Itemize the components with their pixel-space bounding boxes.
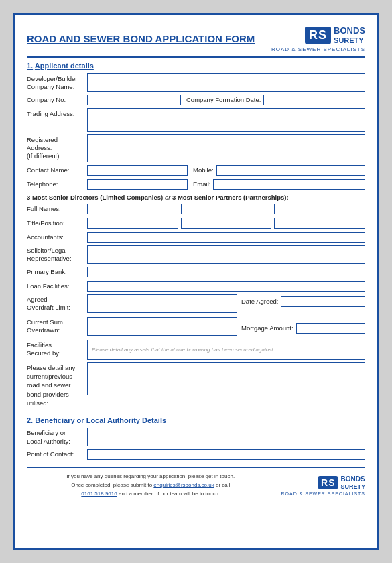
application-form: ROAD AND SEWER BOND APPLICATION FORM RS … <box>13 13 379 550</box>
section2-title: 2. Beneficiary or Local Authority Detail… <box>27 416 365 424</box>
primary-bank-label: Primary Bank: <box>27 268 87 276</box>
logo-block: RS BONDS SURETY ROAD & SEWER SPECIALISTS <box>271 25 365 52</box>
full-name-1-field[interactable] <box>87 204 178 214</box>
email-field[interactable] <box>213 179 365 190</box>
title-position-fields <box>87 218 365 229</box>
beneficiary-field[interactable] <box>87 428 365 446</box>
loan-facilities-field[interactable] <box>87 281 365 292</box>
section-divider <box>27 412 365 412</box>
footer-line3: or call <box>216 482 230 488</box>
logo-top: RS BONDS SURETY <box>305 25 365 45</box>
title-2-field[interactable] <box>181 218 272 229</box>
agreed-overdraft-label: AgreedOverdraft Limit: <box>27 294 87 312</box>
directors-note: 3 Most Senior Directors (Limited Compani… <box>27 194 365 201</box>
accountants-label: Accountants: <box>27 233 87 241</box>
current-sum-field[interactable] <box>87 317 237 336</box>
point-of-contact-row: Point of Contact: <box>27 448 365 460</box>
email-label: Email: <box>193 180 210 188</box>
footer-line1: If you have any queries regarding your a… <box>66 473 235 479</box>
date-agreed-row: Date Agreed: <box>241 296 365 308</box>
agreed-overdraft-field[interactable] <box>87 294 237 313</box>
agreed-overdraft-row: AgreedOverdraft Limit: <box>27 294 237 313</box>
title-3-field[interactable] <box>274 218 365 229</box>
form-title: ROAD AND SEWER BOND APPLICATION FORM <box>27 33 255 44</box>
solicitor-field[interactable] <box>87 245 365 264</box>
primary-bank-field[interactable] <box>87 267 365 277</box>
bond-providers-field[interactable] <box>87 362 365 395</box>
point-of-contact-label: Point of Contact: <box>27 450 87 458</box>
full-names-row: Full Names: <box>27 203 365 215</box>
company-no-row: Company No: Company Formation Date: <box>27 94 365 106</box>
bonds-surety: BONDS SURETY <box>334 25 365 45</box>
point-of-contact-field[interactable] <box>87 449 365 460</box>
footer-phone[interactable]: 0161 518 9616 <box>81 491 117 497</box>
developer-company-field[interactable] <box>87 73 365 92</box>
bond-providers-label: Please detail anycurrent/previousroad an… <box>27 362 87 408</box>
trading-address-field[interactable] <box>87 108 365 132</box>
mortgage-amount-row: Mortgage Amount: <box>241 322 365 334</box>
company-formation-field[interactable] <box>263 95 365 105</box>
company-no-field[interactable] <box>87 95 181 105</box>
footer: If you have any queries regarding your a… <box>27 467 365 498</box>
company-no-label: Company No: <box>27 96 87 104</box>
facilities-secured-field[interactable]: Please detail any assets that the above … <box>87 340 365 360</box>
bond-providers-row: Please detail anycurrent/previousroad an… <box>27 362 365 408</box>
beneficiary-label: Beneficiary orLocal Authority: <box>27 428 87 446</box>
mobile-field[interactable] <box>216 165 365 176</box>
mobile-label: Mobile: <box>193 166 214 174</box>
bonds-text: BONDS <box>334 25 365 36</box>
date-agreed-field[interactable] <box>281 296 365 307</box>
contact-name-field[interactable] <box>87 165 188 176</box>
full-name-2-field[interactable] <box>181 204 272 214</box>
primary-bank-row: Primary Bank: <box>27 266 365 278</box>
loan-facilities-label: Loan Facilities: <box>27 282 87 290</box>
telephone-row: Telephone: Email: <box>27 178 365 190</box>
footer-rs-badge: RS <box>318 476 338 489</box>
footer-text: If you have any queries regarding your a… <box>27 473 274 498</box>
loan-facilities-row: Loan Facilities: <box>27 280 365 292</box>
trading-address-row: Trading Address: <box>27 108 365 132</box>
solicitor-row: Solicitor/LegalRepresentative: <box>27 245 365 264</box>
contact-name-label: Contact Name: <box>27 166 87 174</box>
registered-address-label: RegisteredAddress:(If different) <box>27 134 87 161</box>
facilities-secured-row: FacilitiesSecured by: Please detail any … <box>27 340 365 360</box>
telephone-label: Telephone: <box>27 180 87 188</box>
date-agreed-label: Date Agreed: <box>241 298 278 305</box>
footer-bonds-surety: BONDS SURETY <box>340 475 365 491</box>
accountants-field[interactable] <box>87 232 365 243</box>
footer-line2: Once completed, please submit to <box>71 482 152 488</box>
solicitor-label: Solicitor/LegalRepresentative: <box>27 245 87 263</box>
financial-block: AgreedOverdraft Limit: Current SumOverdr… <box>27 294 365 338</box>
section1-title: 1. Applicant details <box>27 62 365 70</box>
footer-bonds-text: BONDS <box>340 475 365 483</box>
mortgage-amount-label: Mortgage Amount: <box>241 324 293 332</box>
registered-address-row: RegisteredAddress:(If different) <box>27 134 365 162</box>
facilities-placeholder-text: Please detail any assets that the above … <box>92 347 273 353</box>
telephone-field[interactable] <box>87 179 188 190</box>
current-sum-row: Current SumOverdrawn: <box>27 317 237 336</box>
form-header: ROAD AND SEWER BOND APPLICATION FORM RS … <box>27 25 365 58</box>
footer-email[interactable]: enquiries@rsbonds.co.uk <box>153 482 214 488</box>
developer-company-label: Developer/BuilderCompany Name: <box>27 73 87 92</box>
title-1-field[interactable] <box>87 218 178 229</box>
full-names-fields <box>87 204 365 214</box>
title-position-label: Title/Position: <box>27 219 87 227</box>
title-position-row: Title/Position: <box>27 217 365 229</box>
full-name-3-field[interactable] <box>274 204 365 214</box>
surety-text: SURETY <box>334 36 365 45</box>
current-sum-label: Current SumOverdrawn: <box>27 317 87 335</box>
trading-address-label: Trading Address: <box>27 108 87 118</box>
footer-surety-text: SURETY <box>340 483 365 491</box>
company-formation-label: Company Formation Date: <box>186 96 261 103</box>
full-names-label: Full Names: <box>27 205 87 213</box>
footer-specialist-text: ROAD & SEWER SPECIALISTS <box>281 491 365 496</box>
facilities-secured-label: FacilitiesSecured by: <box>27 340 87 358</box>
footer-logo: RS BONDS SURETY ROAD & SEWER SPECIALISTS <box>281 475 365 497</box>
mortgage-amount-field[interactable] <box>296 323 365 334</box>
registered-address-field[interactable] <box>87 134 365 162</box>
footer-logo-top: RS BONDS SURETY <box>318 475 365 491</box>
developer-company-row: Developer/BuilderCompany Name: <box>27 73 365 92</box>
contact-name-row: Contact Name: Mobile: <box>27 164 365 176</box>
specialist-text: ROAD & SEWER SPECIALISTS <box>271 46 365 52</box>
footer-line4: and a member of our team will be in touc… <box>119 491 220 497</box>
